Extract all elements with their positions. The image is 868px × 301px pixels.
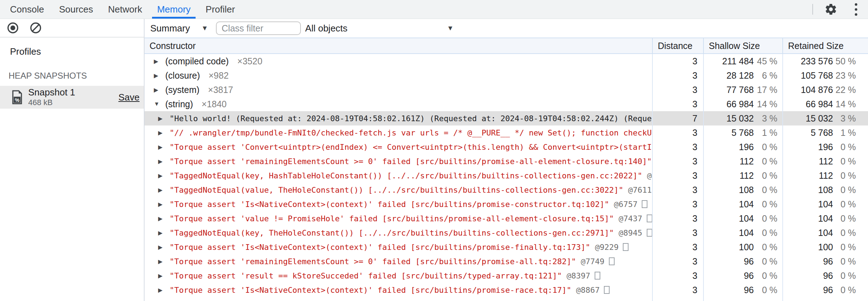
shallow-size-cell: 211 48445 % <box>703 54 782 68</box>
constructor-group-row[interactable]: ▼(string)×1840366 98414 %66 98414 % <box>145 97 868 111</box>
string-value: "Torque assert 'Is<NativeContext>(contex… <box>170 200 609 209</box>
collapsed-triangle-icon[interactable]: ▶ <box>154 87 160 93</box>
kebab-menu-icon[interactable] <box>849 2 863 16</box>
object-scope-select-label: All objects <box>305 23 348 34</box>
string-object-row[interactable]: ▶"Torque assert 'Is<NativeContext>(conte… <box>145 197 868 211</box>
shallow-size-percent: 0 % <box>754 185 777 195</box>
tab-profiler[interactable]: Profiler <box>201 0 240 19</box>
retained-size-percent: 0 % <box>833 185 856 195</box>
string-object-row[interactable]: ▶"Torque assert 'Convert<uintptr>(endInd… <box>145 140 868 154</box>
missing-glyph-box <box>647 214 652 222</box>
distance-value: 3 <box>692 70 697 81</box>
object-id: @8867 <box>571 286 600 295</box>
string-object-row[interactable]: ▶"TaggedNotEqual(value, TheHoleConstant(… <box>145 183 868 197</box>
string-object-row[interactable]: ▶"Torque assert 'remainingElementsCount … <box>145 154 868 168</box>
string-object-row[interactable]: ▶"Hello world! (Requested at: 2024-08-19… <box>145 111 868 125</box>
tab-sources[interactable]: Sources <box>54 0 98 19</box>
collapsed-triangle-icon[interactable]: ▶ <box>158 158 165 165</box>
shallow-size-cell: 1040 % <box>703 211 782 226</box>
clear-profiles-icon[interactable] <box>29 21 43 35</box>
distance-value: 3 <box>692 99 697 109</box>
missing-glyph-box <box>604 286 610 294</box>
shallow-size-cell: 1120 % <box>703 154 782 168</box>
object-scope-select[interactable]: All objects ▼ <box>305 23 454 34</box>
string-object-row[interactable]: ▶"Torque assert 'Is<NativeContext>(conte… <box>145 240 868 254</box>
shallow-size-percent: 0 % <box>754 285 777 295</box>
collapsed-triangle-icon[interactable]: ▶ <box>158 258 165 265</box>
distance-value: 3 <box>692 242 697 252</box>
retained-size-value: 104 876 <box>801 85 833 95</box>
object-id: @6757 <box>609 200 637 209</box>
constructor-group-row[interactable]: ▶(system)×3817377 76817 %104 87622 % <box>145 83 868 97</box>
shallow-size-cell: 1000 % <box>703 240 782 254</box>
collapsed-triangle-icon[interactable]: ▶ <box>158 230 165 236</box>
collapsed-triangle-icon[interactable]: ▶ <box>158 201 165 208</box>
record-heap-snapshot-icon[interactable] <box>6 21 20 35</box>
retained-size-cell: 1040 % <box>782 197 868 211</box>
object-id: @9229 <box>590 243 619 252</box>
collapsed-triangle-icon[interactable]: ▶ <box>154 58 160 65</box>
constructor-cell: ▼(string)×1840 <box>145 97 652 111</box>
tab-memory[interactable]: Memory <box>152 0 196 19</box>
collapsed-triangle-icon[interactable]: ▶ <box>154 72 160 79</box>
retained-size-value: 108 <box>818 185 833 195</box>
constructor-group-row[interactable]: ▶(compiled code)×35203211 48445 %233 576… <box>145 54 868 68</box>
retained-size-cell: 960 % <box>782 254 868 268</box>
string-object-row[interactable]: ▶"Torque assert 'remainingElementsCount … <box>145 254 868 268</box>
shallow-size-cell: 77 76817 % <box>703 83 782 97</box>
tab-console[interactable]: Console <box>5 0 49 19</box>
retained-size-cell: 105 76823 % <box>782 68 868 83</box>
save-snapshot-link[interactable]: Save <box>118 92 140 103</box>
perspective-select[interactable]: Summary ▼ <box>150 23 208 34</box>
column-header-retained-size[interactable]: Retained Size <box>782 38 868 53</box>
string-object-row[interactable]: ▶"TaggedNotEqual(key, HashTableHoleConst… <box>145 168 868 183</box>
sidebar-item-snapshot-1[interactable]: % Snapshot 1 468 kB Save <box>0 86 144 109</box>
shallow-size-value: 100 <box>739 242 754 252</box>
string-object-row[interactable]: ▶"Torque assert 'value != PromiseHole' f… <box>145 211 868 226</box>
collapsed-triangle-icon[interactable]: ▶ <box>158 215 165 222</box>
shallow-size-value: 96 <box>744 271 754 281</box>
shallow-size-cell: 1120 % <box>703 168 782 183</box>
shallow-size-value: 108 <box>739 185 754 195</box>
string-value: "Torque assert 'remainingElementsCount >… <box>170 157 652 166</box>
string-object-row[interactable]: ▶"TaggedNotEqual(key, TheHoleConstant())… <box>145 226 868 240</box>
string-value: "TaggedNotEqual(key, TheHoleConstant()) … <box>170 228 614 237</box>
column-header-constructor[interactable]: Constructor <box>145 38 652 53</box>
distance-value: 3 <box>692 271 697 281</box>
string-object-row[interactable]: ▶"Torque assert 'Is<NativeContext>(conte… <box>145 283 868 297</box>
class-filter-input[interactable] <box>216 21 301 35</box>
heap-snapshot-file-icon: % <box>12 90 22 104</box>
distance-cell: 3 <box>652 283 703 297</box>
expanded-triangle-icon[interactable]: ▼ <box>154 101 160 107</box>
string-value: "Torque assert 'remainingElementsCount >… <box>170 257 576 266</box>
collapsed-triangle-icon[interactable]: ▶ <box>158 287 165 293</box>
missing-glyph-box <box>609 257 615 265</box>
collapsed-triangle-icon[interactable]: ▶ <box>158 187 165 193</box>
collapsed-triangle-icon[interactable]: ▶ <box>158 115 165 122</box>
retained-size-value: 100 <box>818 242 833 252</box>
column-header-distance[interactable]: Distance <box>652 38 703 53</box>
shallow-size-cell: 5 7681 % <box>703 125 782 140</box>
shallow-size-percent: 0 % <box>754 271 777 281</box>
column-header-shallow-size[interactable]: Shallow Size <box>703 38 782 53</box>
shallow-size-value: 66 984 <box>727 99 754 109</box>
string-object-row[interactable]: ▶"// .wrangler/tmp/bundle-FmNIt0/checked… <box>145 125 868 140</box>
constructor-group-row[interactable]: ▶(closure)×982328 1286 %105 76823 % <box>145 68 868 83</box>
constructor-cell: ▶"Torque assert 'result == kStoreSuccede… <box>145 268 652 283</box>
collapsed-triangle-icon[interactable]: ▶ <box>158 129 165 136</box>
collapsed-triangle-icon[interactable]: ▶ <box>158 244 165 251</box>
collapsed-triangle-icon[interactable]: ▶ <box>158 272 165 279</box>
missing-glyph-box <box>595 272 600 280</box>
collapsed-triangle-icon[interactable]: ▶ <box>158 172 165 179</box>
collapsed-triangle-icon[interactable]: ▶ <box>158 144 165 150</box>
tab-network[interactable]: Network <box>103 0 147 19</box>
gear-icon[interactable] <box>824 2 838 16</box>
missing-glyph-box <box>647 229 652 237</box>
constructor-name: (system) <box>165 85 200 95</box>
object-id: @8 <box>642 171 652 180</box>
string-object-row[interactable]: ▶"Torque assert 'result == kStoreSuccede… <box>145 268 868 283</box>
shallow-size-cell: 1080 % <box>703 183 782 197</box>
heap-snapshot-panel: Summary ▼ All objects ▼ Constructor Dist… <box>145 19 868 301</box>
shallow-size-cell: 1040 % <box>703 197 782 211</box>
distance-value: 3 <box>692 85 697 95</box>
